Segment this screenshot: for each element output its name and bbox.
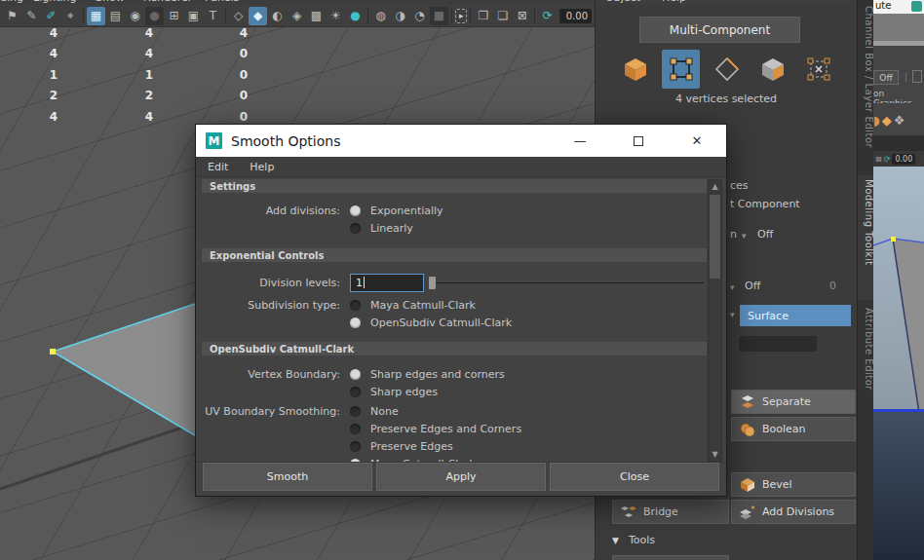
selected-polygon-face[interactable] <box>53 304 195 435</box>
close-button[interactable]: Close <box>550 463 719 491</box>
shadows-icon[interactable]: ◍ <box>371 7 390 25</box>
preserve-edges-corners-label[interactable]: Preserve Edges and Corners <box>370 423 521 435</box>
exposure-value-field[interactable]: 0.00 <box>559 9 592 23</box>
sharp-edges-row: Sharp edges <box>202 383 726 400</box>
multisample-icon[interactable]: ■ <box>430 7 448 25</box>
division-levels-slider[interactable] <box>429 277 704 289</box>
opensubdiv-catmull-clark-label[interactable]: OpenSubdiv Catmull-Clark <box>370 317 512 329</box>
scroll-up-arrow[interactable]: ▲ <box>709 180 721 193</box>
tools-section-header[interactable]: ▼ Tools <box>612 534 655 546</box>
shelf-separate-icon[interactable]: ❖ <box>894 113 905 128</box>
xray-icon[interactable]: ❐ <box>474 7 492 25</box>
uv-none-label[interactable]: None <box>370 405 399 418</box>
multi-component-button[interactable]: Multi-Component <box>639 17 800 43</box>
safe-title-icon[interactable]: T <box>204 7 222 25</box>
radio-sharp-edges[interactable] <box>350 387 361 397</box>
selected-vertex[interactable] <box>50 349 56 355</box>
tab-channel-box[interactable]: Channel Box / Layer Editor <box>858 2 874 173</box>
boolean-button[interactable]: Boolean <box>731 417 856 441</box>
division-levels-input[interactable]: 1 <box>350 274 424 292</box>
minimize-button[interactable]: — <box>551 125 609 157</box>
material-cube-icon[interactable]: ◈ <box>288 7 306 25</box>
tab-attribute-editor[interactable]: Attribute Editor <box>858 304 874 430</box>
menu-object[interactable]: Object <box>605 0 640 5</box>
tab-modeling-toolkit[interactable]: Modeling Toolkit <box>858 175 874 300</box>
resolution-gate-icon[interactable]: ◉ <box>126 7 144 25</box>
menu-help[interactable]: Help <box>662 0 686 5</box>
chevron-down-icon[interactable]: ▾ <box>730 310 735 319</box>
screen-space-ao-icon[interactable]: ◑ <box>391 7 409 25</box>
maya-catmull-clark-label[interactable]: Maya Catmull-Clark <box>370 299 476 312</box>
default-material-icon[interactable]: ● <box>346 7 365 25</box>
dialog-title-bar[interactable]: M Smooth Options — ✕ <box>196 125 726 157</box>
smooth-button[interactable]: Smooth <box>203 463 372 491</box>
settings-section-header[interactable]: Settings <box>202 179 707 193</box>
exposure-icon[interactable]: ⊠ <box>513 7 531 25</box>
radio-preserve-edges-corners[interactable] <box>350 424 361 434</box>
lock-camera-icon[interactable]: ✐ <box>42 7 60 25</box>
checker-texture-icon[interactable]: ▩ <box>307 7 326 25</box>
radio-exponentially[interactable] <box>350 205 361 216</box>
gate-mask-icon[interactable]: ● <box>145 7 164 25</box>
shelf-icon-fragment[interactable]: ◗ <box>873 113 880 128</box>
close-window-button[interactable]: ✕ <box>668 125 726 157</box>
radio-maya-catmull-clark[interactable] <box>350 300 361 311</box>
surface-option-button[interactable]: Surface <box>740 305 851 326</box>
xray-joints-icon[interactable]: ❏ <box>493 7 512 25</box>
exponentially-label[interactable]: Exponentially <box>370 205 443 217</box>
shelf-bevel-icon[interactable]: ◆ <box>882 113 892 128</box>
radio-sharp-edges-corners[interactable] <box>350 369 361 380</box>
linearly-label[interactable]: Linearly <box>370 222 413 235</box>
scroll-down-arrow[interactable]: ▼ <box>709 448 721 461</box>
dialog-scrollbar[interactable]: ▲ ▼ <box>708 179 722 462</box>
isolate-select-icon[interactable]: ▸ <box>455 9 467 23</box>
multi-component-mode-button[interactable] <box>800 50 838 89</box>
face-mode-button[interactable] <box>754 50 792 89</box>
menu-edit[interactable]: Edit <box>208 161 228 173</box>
opensubdiv-section-header[interactable]: OpenSubdiv Catmull-Clark <box>202 342 707 355</box>
use-all-lights-icon[interactable]: ☀ <box>327 7 345 25</box>
scrollbar-thumb[interactable] <box>710 195 720 279</box>
gamma-refresh-icon[interactable]: ⟳ <box>538 7 557 25</box>
add-divisions-button[interactable]: Add Divisions <box>731 500 856 524</box>
soft-select-radius[interactable]: 0 <box>829 280 836 292</box>
shelf-tab-fragment[interactable]: on Graphics <box>873 89 924 103</box>
radio-preserve-edges[interactable] <box>350 441 361 452</box>
bookmark-icon[interactable]: ⚑ <box>3 7 21 25</box>
field-chart-icon[interactable]: ⊞ <box>165 7 183 25</box>
camera-attributes-icon[interactable]: ⌖ <box>61 7 80 25</box>
menu-help[interactable]: Help <box>250 161 274 173</box>
off-button-fragment[interactable]: Off <box>873 70 899 85</box>
chevron-down-icon[interactable]: ▾ <box>730 282 735 292</box>
vertex-mode-button[interactable] <box>662 50 700 89</box>
four-view-layout-icon[interactable]: ▦ <box>87 7 105 25</box>
chevron-down-icon[interactable]: ▾ <box>742 231 747 241</box>
bridge-button[interactable]: Bridge <box>612 500 729 524</box>
safe-action-icon[interactable]: ▣ <box>184 7 203 25</box>
edge-mode-button[interactable] <box>708 50 746 89</box>
radio-opensubdiv-catmull-clark[interactable] <box>350 317 361 328</box>
sharp-edges-corners-label[interactable]: Sharp edges and corners <box>370 368 505 381</box>
wireframe-mode-icon[interactable]: ◇ <box>229 7 248 25</box>
apply-button[interactable]: Apply <box>376 463 546 491</box>
radio-linearly[interactable] <box>350 223 361 234</box>
exponential-controls-header[interactable]: Exponential Controls <box>202 248 707 262</box>
bevel-button[interactable]: Bevel <box>731 472 856 497</box>
maximize-button[interactable] <box>609 125 668 157</box>
select-camera-icon[interactable]: ✎ <box>22 7 41 25</box>
clipped-tool-button[interactable] <box>612 555 729 560</box>
film-gate-icon[interactable]: ▤ <box>106 7 125 25</box>
radio-uv-none[interactable] <box>350 406 361 417</box>
separate-button[interactable]: Separate <box>731 390 856 414</box>
sharp-edges-label[interactable]: Sharp edges <box>370 386 438 398</box>
clipped-option-row: Maya Catmull-Clark <box>202 455 726 463</box>
motion-blur-icon[interactable]: ◔ <box>410 7 429 25</box>
slider-handle[interactable] <box>429 277 436 289</box>
soft-select-value[interactable]: Off <box>745 280 760 292</box>
smooth-shade-icon[interactable]: ◆ <box>249 7 267 25</box>
object-mode-button[interactable] <box>616 50 654 89</box>
preserve-edges-label[interactable]: Preserve Edges <box>370 440 453 453</box>
toolkit-input-field[interactable] <box>739 336 817 352</box>
textured-mode-icon[interactable]: ◐ <box>268 7 287 25</box>
transform-constraint-value[interactable]: Off <box>757 228 773 241</box>
